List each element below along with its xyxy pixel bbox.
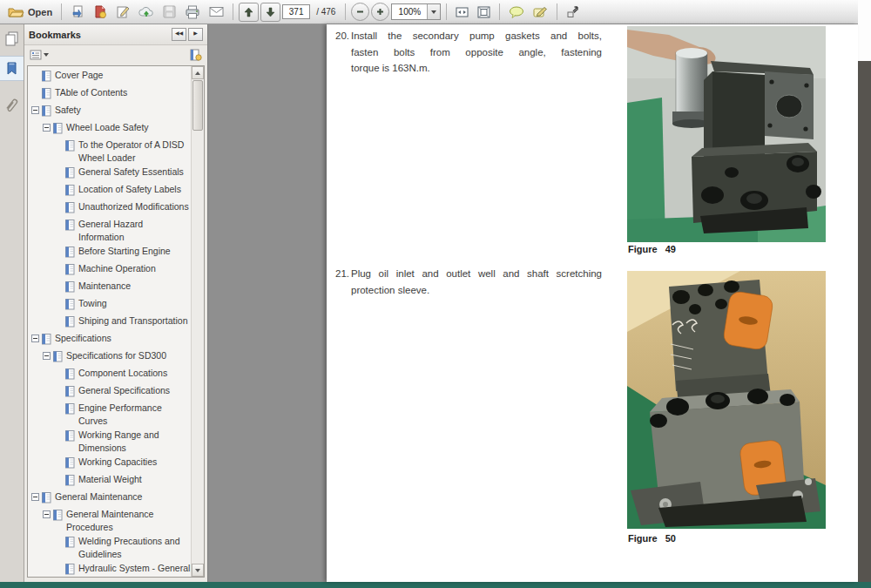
open-button-label: Open bbox=[28, 7, 52, 17]
bookmark-item[interactable]: Working Capacities bbox=[55, 456, 191, 472]
fit-page-button[interactable] bbox=[474, 3, 494, 22]
bookmark-item-label: Shiping and Transportation bbox=[78, 314, 188, 328]
bookmark-page-icon bbox=[53, 350, 63, 366]
fullscreen-button[interactable] bbox=[563, 3, 583, 22]
zoom-level-dropdown[interactable]: 100% bbox=[391, 3, 441, 20]
bookmark-page-icon bbox=[42, 333, 51, 348]
bookmark-page-icon bbox=[65, 201, 75, 217]
collapse-minus-icon[interactable] bbox=[43, 124, 51, 132]
open-folder-icon bbox=[8, 6, 24, 18]
panel-collapse-button[interactable]: ◀◀ bbox=[172, 28, 186, 41]
bookmark-page-icon bbox=[65, 166, 75, 182]
collapse-minus-icon[interactable] bbox=[31, 106, 39, 114]
bookmarks-tab[interactable] bbox=[0, 56, 24, 81]
bookmark-page-icon bbox=[53, 509, 63, 524]
convert-pdf-icon bbox=[93, 5, 107, 19]
bookmark-item-label: Component Locations bbox=[78, 367, 167, 380]
bookmark-item[interactable]: To the Operator of A DISD Wheel Loader bbox=[55, 139, 191, 165]
bookmark-item[interactable]: General Maintenance bbox=[31, 490, 191, 507]
next-page-button[interactable] bbox=[260, 3, 280, 22]
text-line: fasten bolts from opposite angle, fasten… bbox=[351, 44, 602, 61]
figure-50-photo bbox=[627, 270, 826, 530]
bookmarks-tree-container: Cover PageTAble of ContentsSafetyWheel L… bbox=[27, 65, 205, 578]
bookmark-item[interactable]: Maintenance bbox=[55, 280, 191, 296]
email-icon bbox=[209, 6, 224, 17]
minus-icon bbox=[356, 8, 364, 16]
bookmark-item[interactable]: General Safety Essentials bbox=[55, 166, 191, 182]
panel-expand-button[interactable]: ▶ bbox=[188, 28, 203, 41]
collapse-minus-icon[interactable] bbox=[43, 510, 51, 518]
bookmark-item[interactable]: General Specifications bbox=[55, 384, 191, 401]
bookmark-item[interactable]: Safety bbox=[31, 104, 191, 120]
bookmark-item[interactable]: Component Locations bbox=[55, 367, 191, 383]
bookmark-item[interactable]: General Maintenance Procedures bbox=[43, 508, 191, 534]
scrollbar-thumb[interactable] bbox=[192, 80, 203, 131]
scroll-up-button[interactable] bbox=[192, 66, 204, 79]
save-button[interactable] bbox=[159, 3, 179, 22]
convert-pdf-button[interactable] bbox=[90, 3, 111, 22]
previous-page-button[interactable] bbox=[239, 3, 259, 22]
bookmark-page-icon bbox=[65, 246, 75, 261]
new-bookmark-button[interactable] bbox=[189, 49, 202, 61]
bookmarks-scrollbar[interactable] bbox=[191, 66, 204, 577]
document-area[interactable]: 20. Install the secondary pump gaskets a… bbox=[208, 24, 858, 582]
bookmark-item[interactable]: Towing bbox=[55, 297, 191, 314]
bookmark-item-label: Wheel Loade Safety bbox=[66, 121, 149, 134]
zoom-out-button[interactable] bbox=[351, 3, 369, 21]
cloud-upload-button[interactable] bbox=[135, 3, 158, 22]
window-right-edge bbox=[858, 61, 871, 582]
text-line: protection sleeve. bbox=[351, 282, 602, 299]
bookmark-page-icon bbox=[42, 87, 51, 103]
bookmarks-panel-title: Bookmarks bbox=[29, 30, 170, 40]
bookmark-item[interactable]: Specifications bbox=[31, 332, 191, 348]
collapse-minus-icon[interactable] bbox=[43, 352, 51, 360]
step-text: Install the secondary pump gaskets and b… bbox=[351, 28, 602, 77]
collapse-minus-icon[interactable] bbox=[31, 335, 39, 342]
bookmark-options-button[interactable] bbox=[30, 50, 49, 60]
plus-icon bbox=[376, 8, 384, 16]
save-file-button[interactable] bbox=[67, 3, 88, 22]
bookmark-ribbon-icon bbox=[6, 62, 17, 75]
bookmark-item[interactable]: Machine Operation bbox=[55, 262, 191, 279]
print-button[interactable] bbox=[181, 3, 204, 22]
bookmark-item[interactable]: Material Weight bbox=[55, 473, 191, 490]
comment-button[interactable] bbox=[505, 3, 528, 22]
document-page: 20. Install the secondary pump gaskets a… bbox=[327, 24, 858, 582]
bookmark-item-label: Specifications for SD300 bbox=[66, 349, 166, 362]
bookmark-item[interactable]: Cover Page bbox=[31, 69, 191, 85]
bookmark-item[interactable]: General Hazard Information bbox=[55, 218, 191, 244]
bookmark-item[interactable]: Wheel Loade Safety bbox=[43, 121, 191, 138]
bookmark-page-icon bbox=[65, 429, 75, 445]
bookmark-item[interactable]: TAble of Contents bbox=[31, 86, 191, 103]
page-thumbnails-tab[interactable] bbox=[0, 27, 24, 51]
bookmark-item[interactable]: Engine Performance Curves bbox=[55, 402, 191, 428]
bookmark-item[interactable]: Specifications for SD300 bbox=[43, 349, 191, 366]
toolbar-separator bbox=[557, 3, 557, 20]
zoom-dropdown-button[interactable] bbox=[427, 4, 440, 19]
zoom-in-button[interactable] bbox=[371, 3, 389, 21]
bookmark-item[interactable]: Working Range and Dimensions bbox=[55, 429, 191, 455]
page-number-input[interactable] bbox=[282, 4, 310, 19]
options-list-icon bbox=[30, 50, 42, 60]
fit-width-button[interactable] bbox=[452, 3, 472, 22]
bookmark-item[interactable]: Before Starting Engine bbox=[55, 245, 191, 261]
bookmark-item[interactable]: Location of Safety Labels bbox=[55, 183, 191, 199]
bookmark-page-icon bbox=[65, 456, 75, 472]
bookmark-item-label: Working Capacities bbox=[78, 456, 157, 469]
bookmark-item[interactable]: Shiping and Transportation bbox=[55, 314, 191, 331]
highlight-sign-button[interactable] bbox=[530, 3, 551, 22]
new-bookmark-icon bbox=[189, 49, 202, 61]
bookmark-item-label: General Specifications bbox=[78, 384, 170, 397]
bookmark-item-label: Before Starting Engine bbox=[78, 245, 171, 258]
scroll-down-button[interactable] bbox=[192, 564, 204, 577]
open-button[interactable]: Open bbox=[4, 3, 56, 22]
sign-document-button[interactable] bbox=[112, 3, 133, 22]
bookmark-item[interactable]: Unauthorized Modifications bbox=[55, 200, 191, 217]
bookmarks-panel: Bookmarks ◀◀ ▶ C bbox=[24, 24, 208, 582]
collapse-minus-icon[interactable] bbox=[31, 493, 39, 501]
bookmark-page-icon bbox=[65, 298, 75, 314]
bookmark-item[interactable]: Welding Precautions and Guidelines bbox=[55, 535, 191, 561]
bookmark-item[interactable]: Hydraulic System - General Precautions bbox=[55, 562, 191, 577]
email-button[interactable] bbox=[206, 3, 227, 22]
toolbar-separator bbox=[233, 3, 233, 20]
